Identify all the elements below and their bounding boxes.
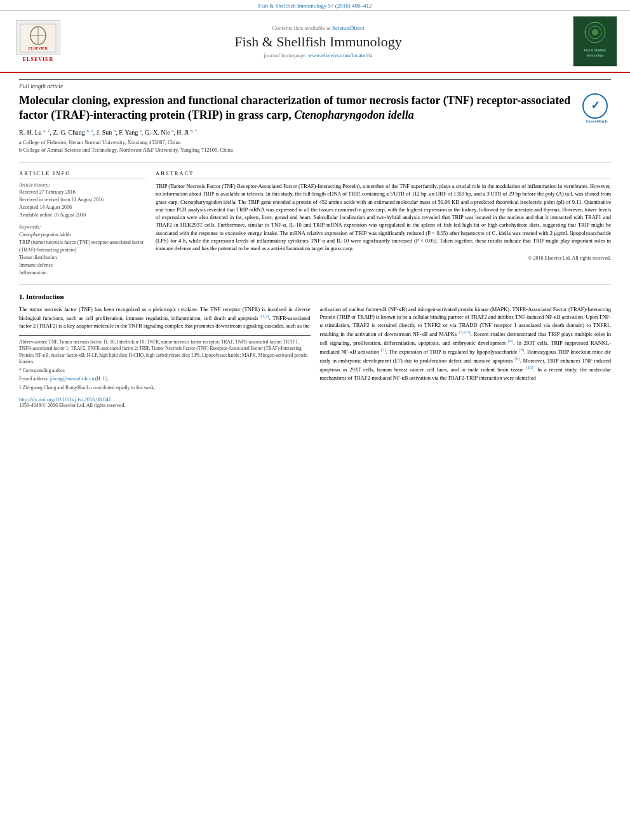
journal-homepage: journal homepage: www.elsevier.com/locat… [70, 52, 566, 58]
introduction-section: 1. Introduction The tumor necrosis facto… [19, 293, 611, 408]
crossmark-label: CrossMark [582, 119, 611, 124]
intro-left-col: The tumor necrosis factor (TNF) has been… [19, 305, 311, 408]
authors: R.-H. Lu a, 1, Z.-G. Chang b, 1, J. Sun … [19, 128, 611, 136]
article-title: Molecular cloning, expression and functi… [19, 93, 611, 123]
footnotes-box: Abbreviations: TNF, Tumor necrosis facto… [19, 335, 311, 392]
svg-text:ELSEVIER: ELSEVIER [29, 46, 48, 50]
crossmark-icon: ✓ [582, 93, 608, 119]
elsevier-logo: ELSEVIER ELSEVIER [13, 20, 64, 62]
affiliation-b: b College of Animal Science and Technolo… [19, 147, 611, 154]
intro-body-columns: The tumor necrosis factor (TNF) has been… [19, 305, 611, 408]
doi-line[interactable]: http://dx.doi.org/10.1016/j.fsi.2016.08.… [19, 396, 311, 403]
intro-heading: 1. Introduction [19, 293, 611, 300]
abstract-column: ABSTRACT TRIP (Tumor Necrosis Factor (TN… [156, 170, 611, 277]
journal-cover-image: Fish & Shellfish Immunology [573, 16, 617, 67]
elsevier-logo-image: ELSEVIER [16, 20, 60, 55]
keywords-list: Ctenopharyngodon idella TRIP (tumor necr… [19, 231, 146, 277]
abstract-text: TRIP (Tumor Necrosis Factor (TNF) Recept… [156, 182, 611, 253]
journal-center: Contents lists available at ScienceDirec… [64, 25, 573, 58]
email-person: (H. Ji). [95, 376, 109, 382]
homepage-url[interactable]: www.elsevier.com/locate/fsi [308, 52, 373, 58]
email-note: E-mail address: jihong@nwsuaf.edu.cn (H.… [19, 376, 311, 383]
abstract-heading: ABSTRACT [156, 170, 611, 178]
article-info-heading: ARTICLE INFO [19, 170, 146, 178]
history-label: Article history: [19, 182, 146, 188]
email-link[interactable]: jihong@nwsuaf.edu.cn [50, 376, 94, 382]
svg-rect-5 [573, 17, 617, 66]
email-label: E-mail address: [19, 376, 50, 382]
copyright-notice: © 2016 Elsevier Ltd. All rights reserved… [156, 255, 611, 261]
article-info-column: ARTICLE INFO Article history: Received 2… [19, 170, 146, 277]
svg-point-8 [592, 29, 598, 36]
main-content: Full length article Molecular cloning, e… [0, 73, 630, 421]
affiliation-a: a College of Fisheries, Henan Normal Uni… [19, 139, 611, 147]
equal-contrib-note: 1 Zhi-guang Chang and Rong-Hua Lu contri… [19, 385, 311, 392]
doi-link[interactable]: http://dx.doi.org/10.1016/j.fsi.2016.08.… [19, 396, 111, 403]
abbreviations-note: Abbreviations: TNF, Tumor necrosis facto… [19, 339, 311, 366]
crossmark-badge[interactable]: ✓ CrossMark [582, 93, 611, 122]
intro-right-text: activation of nuclear factor-κB (NF-κB) … [320, 305, 612, 382]
affiliations: a College of Fisheries, Henan Normal Uni… [19, 139, 611, 154]
corresponding-note: * Corresponding author. [19, 368, 311, 375]
journal-title: Fish & Shellfish Immunology [70, 34, 566, 50]
svg-text:Immunology: Immunology [586, 53, 604, 57]
intro-left-text: The tumor necrosis factor (TNF) has been… [19, 305, 311, 330]
issn-line: 1050-4648/© 2016 Elsevier Ltd. All right… [19, 403, 311, 408]
sciencedirect-anchor[interactable]: ScienceDirect [332, 25, 364, 31]
journal-reference: Fish & Shellfish Immunology 57 (2016) 40… [0, 0, 630, 11]
article-type: Full length article [19, 79, 611, 90]
article-info-abstract-section: ARTICLE INFO Article history: Received 2… [19, 170, 611, 277]
elsevier-text: ELSEVIER [23, 57, 53, 62]
intro-right-col: activation of nuclear factor-κB (NF-κB) … [320, 305, 612, 408]
received-date: Received 27 February 2016 Received in re… [19, 189, 146, 219]
sciencedirect-link[interactable]: Contents lists available at ScienceDirec… [70, 25, 566, 31]
keywords-label: Keywords: [19, 224, 146, 230]
journal-header: ELSEVIER ELSEVIER Contents lists availab… [0, 11, 630, 73]
svg-text:Fish & Shellfish: Fish & Shellfish [584, 48, 607, 52]
